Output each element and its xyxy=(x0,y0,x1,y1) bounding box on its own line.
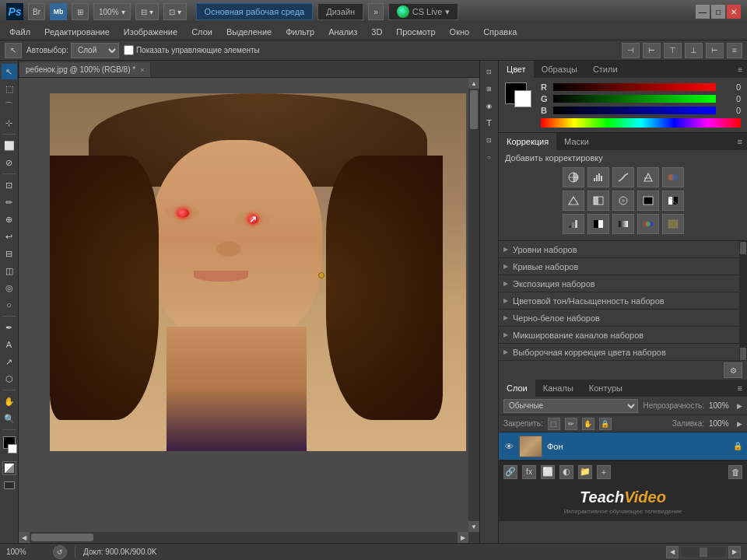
layer-visibility-toggle[interactable]: 👁 xyxy=(503,441,514,452)
bridge-button[interactable]: Br xyxy=(28,3,45,20)
blur-tool[interactable]: ◎ xyxy=(2,280,17,296)
bw-button[interactable] xyxy=(587,191,609,211)
adj-panel-settings-button[interactable]: ⚙ xyxy=(724,362,742,378)
type-panel-button[interactable]: T xyxy=(482,115,497,131)
canvas-rotate-button[interactable]: ↺ xyxy=(53,545,67,559)
layers-panel-menu[interactable]: ≡ xyxy=(733,383,747,393)
background-color-swatch[interactable] xyxy=(514,90,531,107)
brightness-contrast-button[interactable] xyxy=(563,167,584,187)
lock-all-button[interactable]: 🔒 xyxy=(599,418,612,430)
scroll-right-button[interactable]: ▶ xyxy=(458,532,468,543)
spot-heal-tool[interactable]: ⊡ xyxy=(2,177,17,193)
blue-slider[interactable] xyxy=(553,107,716,114)
selective-color-button[interactable] xyxy=(637,214,659,234)
menu-edit[interactable]: Редактирование xyxy=(38,26,116,38)
layers-tab[interactable]: Слои xyxy=(499,380,535,397)
horizontal-scrollbar[interactable]: ◀ ▶ xyxy=(19,532,468,543)
path-select-tool[interactable]: ↗ xyxy=(2,354,17,369)
scroll-down-button[interactable]: ▼ xyxy=(468,521,479,532)
color-panel-button[interactable]: ◉ xyxy=(482,98,497,114)
status-slider-thumb[interactable] xyxy=(700,548,707,557)
design-button[interactable]: Дизайн xyxy=(317,3,363,20)
zoom-button[interactable]: 100% ▾ xyxy=(93,3,131,20)
minimize-button[interactable]: — xyxy=(696,5,710,19)
actions-panel-button[interactable]: ⊞ xyxy=(482,81,497,96)
menu-analysis[interactable]: Анализ xyxy=(322,26,363,38)
move-tool-arrow[interactable]: ↖ xyxy=(5,43,22,58)
align-right-button[interactable]: ⊢ xyxy=(706,43,724,58)
expand-button[interactable]: » xyxy=(368,3,384,20)
green-slider[interactable] xyxy=(553,95,716,103)
exposure-button[interactable] xyxy=(637,167,659,187)
pen-tool[interactable]: ✒ xyxy=(2,320,17,335)
crop-tool[interactable]: ⬜ xyxy=(2,138,17,153)
char-panel-button[interactable]: ⊡ xyxy=(482,132,497,148)
blend-mode-select[interactable]: Обычные Растворение Умножение xyxy=(503,399,638,413)
adj-levels[interactable]: ▶ Уровни наборов xyxy=(499,241,739,258)
align-center-button[interactable]: ⊢ xyxy=(643,43,661,58)
eraser-tool[interactable]: ⊟ xyxy=(2,246,17,261)
hand-tool[interactable]: ✋ xyxy=(2,394,17,409)
add-adjustment-button[interactable]: ◐ xyxy=(559,465,573,479)
nav-right-button[interactable]: ▶ xyxy=(728,546,741,558)
mb-button[interactable]: Mb xyxy=(50,3,67,20)
color-spectrum[interactable] xyxy=(541,118,741,128)
align-bottom-button[interactable]: ⊥ xyxy=(685,43,703,58)
correction-tab[interactable]: Коррекция xyxy=(499,133,556,150)
levels-button[interactable] xyxy=(587,167,609,187)
background-color[interactable] xyxy=(8,444,17,453)
color-balance-button[interactable] xyxy=(563,191,584,211)
brush-tool[interactable]: ✏ xyxy=(2,194,17,210)
type-tool[interactable]: A xyxy=(2,337,17,352)
red-slider[interactable] xyxy=(553,83,716,91)
document-tab[interactable]: ребенок.jpg @ 100% (RGB/8) * × xyxy=(19,61,151,77)
threshold-button[interactable] xyxy=(587,214,609,234)
lock-image-button[interactable]: ✏ xyxy=(565,418,577,430)
paths-tab[interactable]: Контуры xyxy=(581,380,630,397)
lock-transparent-button[interactable]: ⬚ xyxy=(548,418,560,430)
color-panel-menu[interactable]: ≡ xyxy=(733,65,747,74)
gradient-map-button[interactable] xyxy=(612,214,634,234)
show-controls-checkbox[interactable] xyxy=(124,45,134,55)
add-fx-button[interactable]: fx xyxy=(522,465,536,479)
autovybor-select[interactable]: Слой Группа xyxy=(71,43,119,58)
styles-tab[interactable]: Стили xyxy=(585,61,626,78)
add-folder-button[interactable]: 📁 xyxy=(578,465,592,479)
wand-tool[interactable]: ⊹ xyxy=(2,115,17,131)
adj-bw[interactable]: ▶ Черно-белое наборов xyxy=(499,310,739,327)
swatches-tab[interactable]: Образцы xyxy=(534,61,585,78)
arrange-button[interactable]: ⊞ xyxy=(72,3,89,20)
eyedropper-tool[interactable]: ⊘ xyxy=(2,155,17,170)
shape-tool[interactable]: ⬡ xyxy=(2,371,17,387)
view-button[interactable]: ⊟ ▾ xyxy=(135,3,159,20)
invert-button[interactable] xyxy=(662,191,684,211)
history-panel-button[interactable]: ⊡ xyxy=(482,64,497,79)
screen-mode-button[interactable] xyxy=(2,480,16,491)
nav-left-button[interactable]: ◀ xyxy=(666,546,679,558)
menu-window[interactable]: Окно xyxy=(444,26,476,38)
masks-tab[interactable]: Маски xyxy=(556,133,597,150)
layer-row-background[interactable]: 👁 Фон 🔒 xyxy=(499,432,747,460)
fill-arrow[interactable]: ▶ xyxy=(737,420,742,428)
move-tool[interactable]: ↖ xyxy=(2,64,17,79)
posterize-button[interactable] xyxy=(563,214,584,234)
channel-mixer-button[interactable] xyxy=(637,191,659,211)
add-link-button[interactable]: 🔗 xyxy=(503,465,517,479)
photo-filter-button[interactable] xyxy=(612,191,634,211)
gradient-tool[interactable]: ◫ xyxy=(2,263,17,278)
scroll-up-button[interactable]: ▲ xyxy=(468,78,479,89)
zoom-tool[interactable]: 🔍 xyxy=(2,411,17,426)
hscroll-thumb[interactable] xyxy=(31,534,93,541)
adj-hue-sat[interactable]: ▶ Цветовой тон/Насыщенность наборов xyxy=(499,292,739,310)
add-mask-button[interactable]: ⬜ xyxy=(541,465,555,479)
workspace-button[interactable]: Основная рабочая среда xyxy=(196,3,314,20)
vibrance-button[interactable] xyxy=(662,214,684,234)
adj-selective-color[interactable]: ▶ Выборочная коррекция цвета наборов xyxy=(499,344,739,361)
align-left-button[interactable]: ⊣ xyxy=(622,43,640,58)
opacity-arrow[interactable]: ▶ xyxy=(737,402,742,410)
adj-scroll-up[interactable] xyxy=(740,242,746,254)
color-tab[interactable]: Цвет xyxy=(499,61,534,78)
photo-canvas[interactable]: ↗ xyxy=(50,93,466,451)
menu-view[interactable]: Просмотр xyxy=(390,26,441,38)
lock-position-button[interactable]: ✋ xyxy=(582,418,594,430)
